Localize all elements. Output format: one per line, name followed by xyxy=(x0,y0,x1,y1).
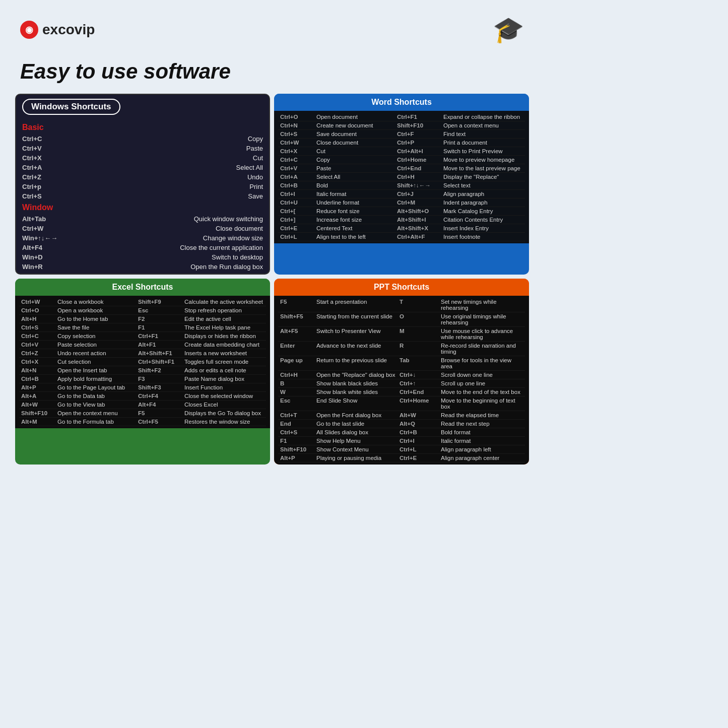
logo-icon: ◉ xyxy=(20,21,38,39)
word-right-row: Ctrl+BBoldShift+↑↓←→Select text xyxy=(278,181,525,190)
windows-header: Windows Shortcuts xyxy=(16,95,269,119)
excel-body: Ctrl+WClose a workbookShift+F9Calculate … xyxy=(15,296,270,428)
basic-shortcuts: Ctrl+CCopy Ctrl+VPaste Ctrl+XCut Ctrl+AS… xyxy=(16,134,269,201)
logo: ◉ excovip xyxy=(20,21,95,39)
excel-header: Excel Shortcuts xyxy=(15,279,270,296)
ppt-row: F5Start a presentationTSet new timings w… xyxy=(278,298,525,312)
word-right-panel: Word Shortcuts Ctrl+OOpen documentCtrl+F… xyxy=(274,94,529,275)
word-right-row: Ctrl+NCreate new documentShift+F10Open a… xyxy=(278,121,525,130)
word-right-row: Ctrl+IItalic formatCtrl+JAlign paragraph xyxy=(278,190,525,198)
ppt-panel: PPT Shortcuts F5Start a presentationTSet… xyxy=(274,279,529,465)
tagline: Easy to use software xyxy=(10,54,534,94)
excel-row: Ctrl+VPaste selectionAlt+F1Create data e… xyxy=(19,341,266,349)
excel-row: Alt+PGo to the Page Layout tabShift+F3In… xyxy=(19,383,266,392)
ppt-row: BShow blank black slidesCtrl+↑Scroll up … xyxy=(278,379,525,388)
word-right-row: Ctrl+LAlign text to the leftCtrl+Alt+FIn… xyxy=(278,233,525,241)
ppt-row: WShow blank white slidesCtrl+EndMove to … xyxy=(278,388,525,396)
word-right-row: Ctrl+VPasteCtrl+EndMove to the last prev… xyxy=(278,164,525,173)
shortcut-row: Win+ROpen the Run dialog box xyxy=(16,262,269,272)
excel-row: Ctrl+CCopy selectionCtrl+F1Displays or h… xyxy=(19,332,266,341)
ppt-row: Alt+PPlaying or pausing mediaCtrl+EAlign… xyxy=(278,454,525,462)
shortcut-row: Ctrl+ASelect All xyxy=(16,163,269,172)
word-right-row: Ctrl+ASelect AllCtrl+HDisplay the "Repla… xyxy=(278,173,525,181)
shortcut-row: Ctrl+WClose document xyxy=(16,224,269,233)
shortcut-row: Ctrl+ZUndo xyxy=(16,172,269,182)
excel-row: Shift+F10Open the context menuF5Displays… xyxy=(19,409,266,418)
ppt-row: Ctrl+SAll Slides dialog boxCtrl+BBold fo… xyxy=(278,428,525,437)
ppt-row: F1Show Help MenuCtrl+IItalic format xyxy=(278,437,525,445)
basic-section-header: Basic xyxy=(16,121,269,134)
ppt-row: EnterAdvance to the next slideRRe-record… xyxy=(278,342,525,356)
ppt-row: Ctrl+TOpen the Font dialog boxAlt+WRead … xyxy=(278,411,525,420)
word-right-row: Ctrl+ECentered TextAlt+Shift+XInsert Ind… xyxy=(278,224,525,233)
excel-row: Ctrl+SSave the fileF1The Excel Help task… xyxy=(19,323,266,332)
ppt-body: F5Start a presentationTSet new timings w… xyxy=(274,296,529,465)
windows-panel: Windows Shortcuts Basic Ctrl+CCopy Ctrl+… xyxy=(15,94,270,275)
header: ◉ excovip 🎓 Easy to use software xyxy=(10,10,534,94)
ppt-row: EscEnd Slide ShowCtrl+HomeMove to the be… xyxy=(278,396,525,411)
shortcut-row: Ctrl+SSave xyxy=(16,191,269,201)
word-right-body: Ctrl+OOpen documentCtrl+F1Expand or coll… xyxy=(274,111,529,243)
excel-row: Alt+AGo to the Data tabCtrl+F4Close the … xyxy=(19,392,266,401)
ppt-row: Shift+F5Starting from the current slideO… xyxy=(278,312,525,327)
excel-row: Alt+WGo to the View tabAlt+F4Closes Exce… xyxy=(19,401,266,409)
shortcut-row: Alt+TabQuick window switching xyxy=(16,214,269,224)
word-right-row: Ctrl+[Reduce font sizeAlt+Shift+OMark Ca… xyxy=(278,207,525,216)
word-right-row: Ctrl+CCopyCtrl+HomeMove to preview homep… xyxy=(278,156,525,164)
shortcut-row: Ctrl+XCut xyxy=(16,153,269,163)
word-right-row: Ctrl+XCutCtrl+Alt+ISwitch to Print Previ… xyxy=(278,147,525,156)
excel-row: Ctrl+WClose a workbookShift+F9Calculate … xyxy=(19,298,266,306)
excel-row: Alt+HGo to the Home tabF2Edit the active… xyxy=(19,315,266,323)
word-right-row: Ctrl+WClose documentCtrl+PPrint a docume… xyxy=(278,139,525,147)
ppt-row: Shift+F10Show Context MenuCtrl+LAlign pa… xyxy=(278,445,525,454)
word-right-row: Ctrl+UUnderline formatCtrl+MIndent parag… xyxy=(278,198,525,207)
ppt-row: Alt+F5Switch to Presenter ViewMUse mouse… xyxy=(278,327,525,342)
excel-row: Alt+MGo to the Formula tabCtrl+F5Restore… xyxy=(19,418,266,426)
ppt-row: Ctrl+HOpen the "Replace" dialog boxCtrl+… xyxy=(278,371,525,379)
excel-row: Ctrl+BApply bold formattingF3Paste Name … xyxy=(19,375,266,383)
shortcut-row: Win+DSwitch to desktop xyxy=(16,252,269,262)
shortcut-row: Ctrl+CCopy xyxy=(16,134,269,144)
window-shortcuts: Alt+TabQuick window switching Ctrl+WClos… xyxy=(16,214,269,272)
excel-row: Alt+NOpen the Insert tabShift+F2Adds or … xyxy=(19,366,266,375)
shortcut-row: Ctrl+VPaste xyxy=(16,144,269,153)
excel-row: Ctrl+ZUndo recent actionAlt+Shift+F1Inse… xyxy=(19,349,266,358)
main-grid: Windows Shortcuts Basic Ctrl+CCopy Ctrl+… xyxy=(10,94,534,465)
excel-row: Ctrl+XCut selectionCtrl+Shift+F1Toggles … xyxy=(19,358,266,366)
window-section-header: Window xyxy=(16,201,269,214)
word-right-header: Word Shortcuts xyxy=(274,94,529,111)
ppt-row: EndGo to the last slideAlt+QRead the nex… xyxy=(278,420,525,428)
word-right-row: Ctrl+OOpen documentCtrl+F1Expand or coll… xyxy=(278,113,525,121)
word-right-row: Ctrl+SSave documentCtrl+FFind text xyxy=(278,130,525,139)
ppt-header: PPT Shortcuts xyxy=(274,279,529,296)
excel-panel: Excel Shortcuts Ctrl+WClose a workbookSh… xyxy=(15,279,270,465)
shortcut-row: Win+↑↓←→Change window size xyxy=(16,233,269,243)
ppt-row: Page upReturn to the previous slideTabBr… xyxy=(278,356,525,371)
logo-text: excovip xyxy=(42,22,95,38)
graduation-icon: 🎓 xyxy=(493,15,524,44)
shortcut-row: Ctrl+pPrint xyxy=(16,182,269,191)
windows-title: Windows Shortcuts xyxy=(22,99,120,115)
word-right-row: Ctrl+]Increase font sizeAlt+Shift+ICitat… xyxy=(278,216,525,224)
shortcut-row: Alt+F4Close the current application xyxy=(16,243,269,252)
excel-row: Ctrl+OOpen a workbookEscStop refresh ope… xyxy=(19,306,266,315)
